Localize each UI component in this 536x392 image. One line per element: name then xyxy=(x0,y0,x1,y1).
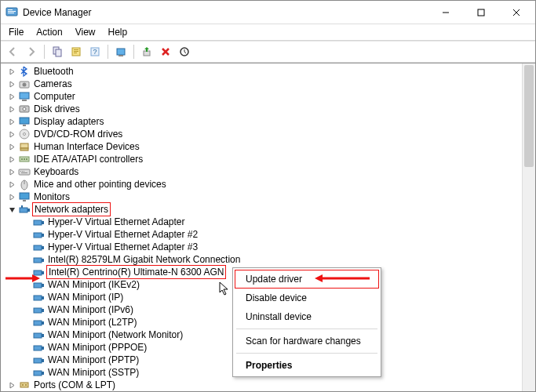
collapse-icon[interactable] xyxy=(7,205,16,214)
disk-icon xyxy=(18,103,31,115)
expand-icon[interactable] xyxy=(7,117,16,126)
tree-item-adapter[interactable]: Hyper-V Virtual Ethernet Adapter #2 xyxy=(2,228,535,241)
tree-label: Display adapters xyxy=(32,115,104,128)
svg-rect-9 xyxy=(56,49,61,56)
expand-icon[interactable] xyxy=(7,192,16,201)
svg-rect-76 xyxy=(20,383,28,387)
back-button[interactable] xyxy=(4,43,21,60)
svg-rect-53 xyxy=(42,234,44,237)
menu-uninstall-device[interactable]: Uninstall device xyxy=(235,307,379,326)
network-adapter-icon xyxy=(32,341,45,354)
expand-icon[interactable] xyxy=(7,129,16,139)
tree-item-computer[interactable]: Computer xyxy=(2,90,535,103)
svg-rect-54 xyxy=(34,245,42,250)
tree-label: WAN Miniport (IKEv2) xyxy=(46,278,140,291)
network-adapter-icon xyxy=(32,328,45,341)
svg-rect-70 xyxy=(34,346,42,350)
menubar: File Action View Help xyxy=(1,24,535,40)
tree-item-adapter[interactable]: Hyper-V Virtual Ethernet Adapter #3 xyxy=(2,241,535,253)
expand-icon[interactable] xyxy=(7,79,16,89)
expand-icon[interactable] xyxy=(7,104,16,114)
expand-icon[interactable] xyxy=(7,380,16,390)
properties-button[interactable] xyxy=(112,43,129,60)
menu-action[interactable]: Action xyxy=(30,25,68,39)
tree-item-adapter[interactable]: Hyper-V Virtual Ethernet Adapter xyxy=(2,216,535,228)
expand-icon[interactable] xyxy=(7,167,16,176)
svg-rect-62 xyxy=(34,296,42,300)
tree-item-network-adapters[interactable]: Network adapters xyxy=(2,203,535,216)
help-icon-button[interactable]: ? xyxy=(86,43,104,60)
tree-item-ports[interactable]: Ports (COM & LPT) xyxy=(2,379,535,391)
menu-help[interactable]: Help xyxy=(102,25,134,39)
svg-point-27 xyxy=(23,107,26,111)
svg-rect-57 xyxy=(42,259,44,262)
network-adapter-icon xyxy=(32,354,45,366)
svg-rect-35 xyxy=(21,158,23,160)
vertical-scrollbar[interactable] xyxy=(522,64,535,391)
bluetooth-icon xyxy=(18,65,31,78)
network-adapter-icon xyxy=(18,203,31,216)
tree-label: DVD/CD-ROM drives xyxy=(32,128,122,140)
computer-icon xyxy=(18,90,31,103)
uninstall-button[interactable] xyxy=(157,43,174,60)
expand-icon[interactable] xyxy=(7,67,16,76)
tree-label: WAN Miniport (PPPOE) xyxy=(46,341,147,354)
svg-rect-67 xyxy=(42,321,44,325)
svg-rect-40 xyxy=(22,171,23,172)
maximize-button[interactable] xyxy=(463,2,498,24)
tree-item-dvd[interactable]: DVD/CD-ROM drives xyxy=(2,128,535,140)
tree-label: Hyper-V Virtual Ethernet Adapter #3 xyxy=(46,241,198,253)
expand-icon[interactable] xyxy=(7,154,16,164)
expand-icon[interactable] xyxy=(7,180,16,189)
scan-hardware-button[interactable] xyxy=(176,43,193,60)
svg-rect-60 xyxy=(34,283,42,288)
expand-icon[interactable] xyxy=(7,142,16,151)
tree-item-hid[interactable]: Human Interface Devices xyxy=(2,140,535,153)
tree-item-keyboards[interactable]: Keyboards xyxy=(2,165,535,178)
tree-label: Intel(R) Centrino(R) Ultimate-N 6300 AGN xyxy=(46,265,226,279)
tree-item-display[interactable]: Display adapters xyxy=(2,115,535,128)
display-icon xyxy=(18,115,31,128)
forward-button[interactable] xyxy=(23,43,40,60)
tree-item-adapter[interactable]: Intel(R) 82579LM Gigabit Network Connect… xyxy=(2,253,535,266)
tree-label: WAN Miniport (IPv6) xyxy=(46,303,133,316)
app-icon xyxy=(5,6,18,19)
svg-rect-33 xyxy=(20,148,28,151)
tree-item-monitors[interactable]: Monitors xyxy=(2,191,535,203)
svg-rect-13 xyxy=(74,53,77,53)
svg-rect-16 xyxy=(117,49,125,55)
tree-item-mice[interactable]: Mice and other pointing devices xyxy=(2,178,535,191)
network-adapter-icon xyxy=(32,241,45,253)
minimize-button[interactable] xyxy=(428,2,463,24)
menu-file[interactable]: File xyxy=(2,25,30,39)
tree-item-disk[interactable]: Disk drives xyxy=(2,103,535,115)
menu-disable-device[interactable]: Disable device xyxy=(235,289,379,307)
network-adapter-icon xyxy=(32,266,45,278)
svg-rect-58 xyxy=(34,270,42,275)
expand-icon[interactable] xyxy=(7,92,16,101)
menu-separator xyxy=(236,328,377,329)
ide-icon xyxy=(18,153,31,165)
close-button[interactable] xyxy=(498,2,534,24)
menu-view[interactable]: View xyxy=(69,25,102,39)
show-hidden-button[interactable] xyxy=(49,43,66,60)
svg-rect-59 xyxy=(42,271,44,274)
menu-properties[interactable]: Properties xyxy=(235,356,379,375)
tree-item-bluetooth[interactable]: Bluetooth xyxy=(2,65,535,78)
menu-scan-hardware[interactable]: Scan for hardware changes xyxy=(235,332,379,350)
tree-label: Monitors xyxy=(32,191,70,203)
tree-label: Ports (COM & LPT) xyxy=(32,379,115,391)
svg-rect-37 xyxy=(26,158,27,160)
tree-item-cameras[interactable]: Cameras xyxy=(2,78,535,90)
network-adapter-icon xyxy=(32,278,45,291)
svg-rect-71 xyxy=(42,347,44,350)
update-driver-button[interactable] xyxy=(138,43,155,60)
tree-label: Computer xyxy=(32,90,75,103)
svg-point-77 xyxy=(22,384,24,386)
scrollbar-thumb[interactable] xyxy=(524,65,534,167)
mouse-icon xyxy=(18,178,31,191)
action-icon-button[interactable] xyxy=(67,43,85,60)
tree-item-ide[interactable]: IDE ATA/ATAPI controllers xyxy=(2,153,535,165)
keyboard-icon xyxy=(18,165,31,178)
svg-rect-73 xyxy=(42,359,44,362)
